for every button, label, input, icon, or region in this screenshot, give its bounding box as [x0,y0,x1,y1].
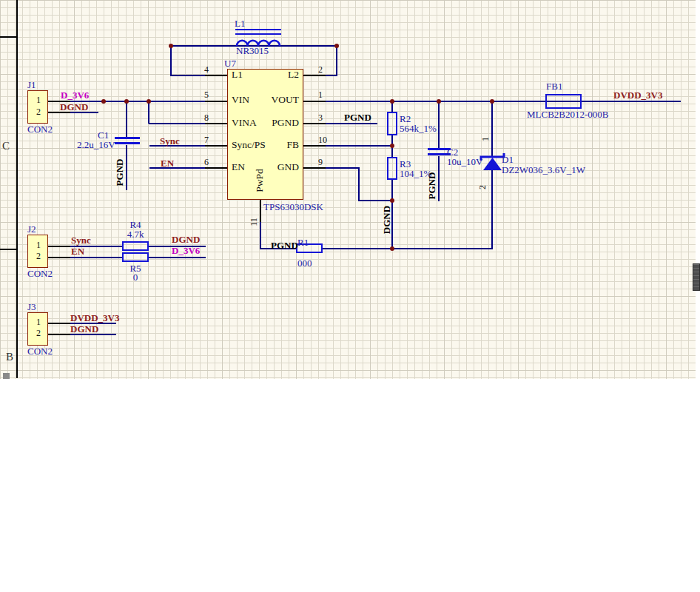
comment-j1[interactable]: CON2 [27,124,53,135]
wire-segment[interactable] [170,75,205,76]
designator-j1[interactable]: J1 [27,80,36,90]
wire-segment[interactable] [70,101,205,102]
net-label-en[interactable]: EN [161,158,174,169]
wire-segment[interactable] [326,101,681,102]
pin [205,145,227,147]
designator-l1[interactable]: L1 [235,18,245,29]
sheet-border-tick [0,36,17,38]
net-label-dvdd3v3[interactable]: DVDD_3V3 [70,313,119,323]
net-label-dgnd[interactable]: DGND [172,235,200,245]
power-label-pgnd[interactable]: PGND [271,240,298,251]
wire-segment[interactable] [322,248,392,249]
net-label-d3v6[interactable]: D_3V6 [172,246,200,256]
comment-u7[interactable]: TPS63030DSK [263,202,323,212]
junction-dot [390,246,394,251]
u7-pin-number: 5 [204,90,209,100]
wire-segment[interactable] [126,145,127,190]
comment-j3[interactable]: CON2 [27,346,53,357]
comment-j2[interactable]: CON2 [27,269,53,279]
inductor-core-bar[interactable] [235,33,281,35]
wire-segment[interactable] [491,101,493,157]
component-fb1-body[interactable] [545,94,582,109]
junction-dot [101,99,106,104]
wire-segment[interactable] [438,101,440,149]
wire-segment[interactable] [326,145,392,147]
inductor-core-bar[interactable] [235,29,281,30]
sheet-border-tick [0,249,17,250]
sheet-zone-label-b: B [6,352,13,363]
vertical-scrollbar-thumb[interactable] [693,263,700,291]
u7-pin-number: 6 [204,158,209,167]
net-label-d3v6[interactable]: D_3V6 [61,90,89,101]
designator-fb1[interactable]: FB1 [546,81,562,92]
wire-segment[interactable] [70,257,122,258]
designator-d1[interactable]: D1 [502,155,514,165]
wire-segment[interactable] [326,123,377,124]
power-label-pgnd[interactable]: PGND [344,112,371,123]
u7-pin-name: L2 [288,70,299,80]
net-label-dvdd3v3[interactable]: DVDD_3V3 [613,90,662,101]
designator-j2[interactable]: J2 [27,224,36,235]
designator-j3[interactable]: J3 [27,302,36,312]
j2-pin-number: 2 [33,252,44,261]
power-label-pgnd-vertical[interactable]: PGND [115,159,125,186]
component-r2-body[interactable] [387,112,397,135]
wire-segment[interactable] [491,169,493,249]
pin [303,123,326,124]
u7-pin-name: VIN [232,95,249,105]
wire-segment[interactable] [336,45,337,76]
component-r3-body[interactable] [387,157,397,180]
net-label-en[interactable]: EN [71,246,84,257]
wire-segment[interactable] [148,257,206,258]
u7-pin-number: 1 [318,90,323,100]
comment-r2[interactable]: 564k_1% [400,124,437,134]
power-label-dgnd-vertical[interactable]: DGND [382,206,392,234]
comment-l1[interactable]: NR3015 [236,46,269,56]
power-label-pgnd-vertical[interactable]: PGND [427,172,437,200]
comment-r1[interactable]: 000 [297,258,312,269]
u7-pin-number-11: 11 [249,218,259,226]
pin [205,123,227,124]
j3-pin-number: 2 [33,329,44,338]
u7-pin-name: L1 [232,70,243,80]
sheet-border-line [16,0,18,378]
component-u7-body[interactable] [227,69,303,200]
component-c1-plate[interactable] [115,137,140,139]
net-label-dgnd[interactable]: DGND [70,324,98,334]
comment-c2[interactable]: 10u_10V [447,157,482,167]
comment-fb1[interactable]: MLCB2B2012-000B [527,110,609,120]
wire-segment[interactable] [148,101,149,124]
net-label-sync[interactable]: Sync [160,136,180,147]
pin [48,334,70,335]
wire-segment[interactable] [326,75,337,76]
u7-pin-number: 9 [318,158,323,167]
sheet-zone-label-c: C [2,141,10,152]
d1-pin-number: 1 [481,137,491,141]
component-r5-body[interactable] [122,252,149,262]
wire-segment[interactable] [170,45,172,76]
wire-segment[interactable] [149,167,205,169]
pin [303,75,326,76]
wire-segment[interactable] [126,101,127,138]
u7-pin-number: 4 [204,65,209,75]
designator-u7[interactable]: U7 [224,58,236,69]
comment-r5[interactable]: 0 [122,272,149,283]
designator-r1[interactable]: R1 [297,238,309,248]
u7-pin-name: GND [277,162,299,172]
component-c1-plate[interactable] [115,142,140,144]
junction-dot [490,99,494,104]
wire-segment[interactable] [260,222,261,249]
wire-segment[interactable] [438,156,440,201]
net-label-dgnd[interactable]: DGND [60,102,88,112]
component-r4-body[interactable] [122,241,149,251]
comment-r4[interactable]: 4.7k [122,229,149,240]
wire-segment[interactable] [392,248,492,249]
comment-c1[interactable]: 2.2u_16V [77,140,115,150]
wire-segment[interactable] [149,123,205,124]
comment-d1[interactable]: DZ2W036_3.6V_1W [502,165,585,175]
u7-pin-name: EN [232,162,245,172]
net-label-sync[interactable]: Sync [71,235,91,246]
wire-segment[interactable] [358,167,360,201]
wire-segment[interactable] [359,200,392,201]
wire-segment[interactable] [326,167,359,169]
